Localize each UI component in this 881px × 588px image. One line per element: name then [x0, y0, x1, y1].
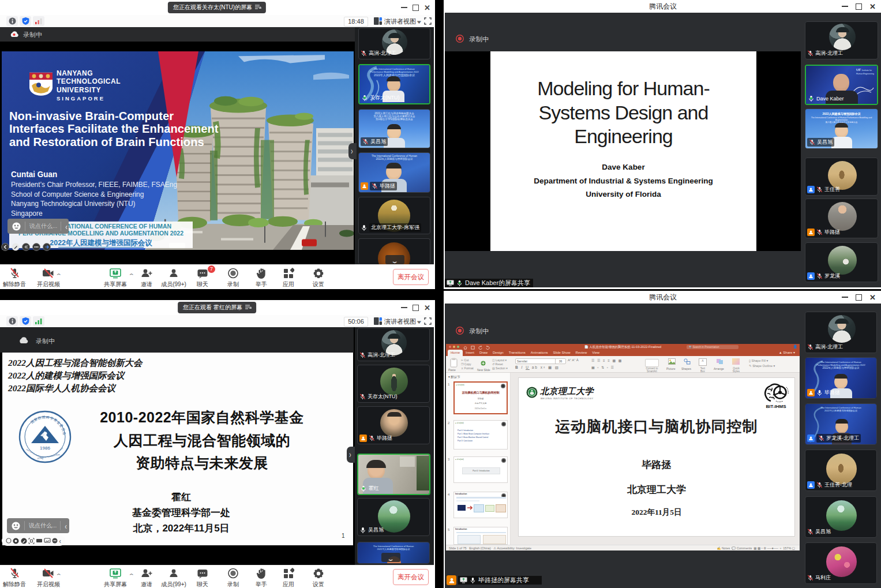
svg-text:Non-invasive Brain-Computer: Non-invasive Brain-Computer [9, 109, 174, 122]
svg-text:TECHNOLOGICAL: TECHNOLOGICAL [57, 77, 121, 85]
svg-text:Singapore: Singapore [11, 209, 43, 217]
svg-text:School of Computer Science & E: School of Computer Science & Engineering [11, 190, 144, 199]
svg-text:Cuntai Guan: Cuntai Guan [11, 170, 57, 179]
svg-text:Nanyang Technological Universi: Nanyang Technological University (NTU) [11, 200, 136, 208]
svg-text:and Restoration of Brain Funct: and Restoration of Brain Functions [9, 135, 204, 148]
svg-text:会: 会 [62, 432, 66, 436]
svg-text:NANYANG: NANYANG [57, 69, 93, 77]
svg-text:2022年人因建模与增强国际会议: 2022年人因建模与增强国际会议 [50, 239, 152, 247]
svg-text:Interfaces Facilitate the Enha: Interfaces Facilitate the Enhancement [9, 122, 219, 135]
svg-text:SINGAPORE: SINGAPORE [57, 95, 105, 102]
svg-text:科: 科 [46, 415, 50, 420]
svg-text:然: 然 [41, 415, 45, 419]
svg-text:President’s Chair Professor, F: President’s Chair Professor, FIEEE, FAIM… [11, 181, 177, 189]
svg-text:UNIVERSITY: UNIVERSITY [57, 86, 101, 94]
svg-text:1986: 1986 [40, 445, 50, 451]
